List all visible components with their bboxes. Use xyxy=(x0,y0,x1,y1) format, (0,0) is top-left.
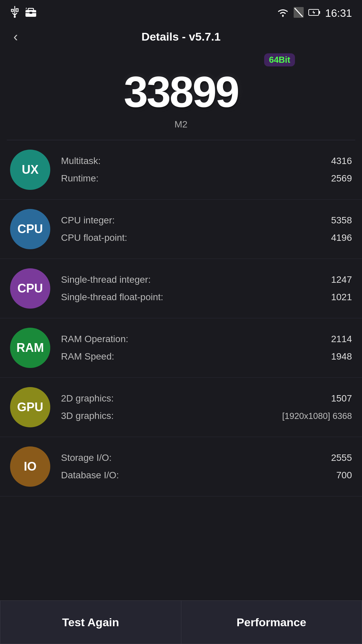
bench-item-4-1: 3D graphics:[644x362] 6368 xyxy=(61,407,352,425)
bench-details-3: RAM Operation:2114RAM Speed:1948 xyxy=(61,330,352,365)
benchmark-rows: UXMultitask:4316Runtime:2569CPUCPU integ… xyxy=(0,140,362,496)
bench-label-5-1: Database I/O: xyxy=(61,470,119,481)
bench-value-5-1: 700 xyxy=(336,470,352,481)
status-left xyxy=(10,6,37,20)
bench-row-3: RAMRAM Operation:2114RAM Speed:1948 xyxy=(0,318,362,378)
bench-icon-2: CPU xyxy=(10,268,50,309)
performance-button[interactable]: Performance xyxy=(181,600,362,644)
bench-row-2: CPUSingle-thread integer:1247Single-thre… xyxy=(0,259,362,318)
bench-icon-0: UX xyxy=(10,150,50,190)
bench-item-5-1: Database I/O:700 xyxy=(61,467,352,484)
bench-item-0-1: Runtime:2569 xyxy=(61,170,352,187)
bench-label-2-0: Single-thread integer: xyxy=(61,274,151,285)
bench-label-4-0: 2D graphics: xyxy=(61,393,114,404)
bench-details-2: Single-thread integer:1247Single-thread … xyxy=(61,271,352,306)
page-title: Details - v5.7.1 xyxy=(141,30,221,43)
bench-row-0: UXMultitask:4316Runtime:2569 xyxy=(0,140,362,200)
bench-value-4-0: 1507 xyxy=(331,393,352,404)
bench-value-4-1: [644x362] 6368 xyxy=(282,411,352,421)
header: ‹ Details - v5.7.1 xyxy=(0,23,362,50)
usb-icon xyxy=(10,6,19,20)
bit-label: 64Bit xyxy=(269,55,290,65)
bench-row-4: GPU2D graphics:15073D graphics:[1920x108… xyxy=(0,378,362,437)
bench-details-5: Storage I/O:2555Database I/O:700 xyxy=(61,449,352,484)
status-time: 16:31 xyxy=(325,7,352,19)
bench-item-5-0: Storage I/O:2555 xyxy=(61,449,352,467)
bench-value-2-1: 1021 xyxy=(331,292,352,303)
bench-value-0-1: 2569 xyxy=(331,173,352,184)
bench-row-5: IOStorage I/O:2555Database I/O:700 xyxy=(0,437,362,496)
device-name: M2 xyxy=(175,119,188,130)
bench-value-5-0: 2555 xyxy=(331,452,352,463)
bit-badge: 64Bit xyxy=(264,53,295,66)
bench-icon-4: GPU xyxy=(10,387,50,427)
status-bar: 16:31 xyxy=(0,0,362,23)
bench-icon-1: CPU xyxy=(10,209,50,249)
bench-icon-3: RAM xyxy=(10,328,50,368)
bench-value-1-1: 4196 xyxy=(331,232,352,243)
bench-value-2-0: 1247 xyxy=(331,274,352,285)
bench-details-1: CPU integer:5358CPU float-point:4196 xyxy=(61,212,352,247)
score-section: 64Bit 33899 M2 xyxy=(0,50,362,140)
bench-label-5-0: Storage I/O: xyxy=(61,452,112,463)
svg-point-4 xyxy=(282,15,284,17)
bench-value-3-1: 1948 xyxy=(331,351,352,362)
svg-rect-8 xyxy=(319,11,320,14)
svg-point-0 xyxy=(14,16,16,18)
bench-value-1-0: 5358 xyxy=(331,215,352,226)
bottom-buttons: Test Again Performance xyxy=(0,600,362,644)
svg-rect-2 xyxy=(28,8,34,11)
test-again-button[interactable]: Test Again xyxy=(0,600,181,644)
wifi-icon xyxy=(277,8,289,18)
bench-value-3-0: 2114 xyxy=(331,334,352,344)
score-number: 33899 xyxy=(124,70,238,114)
bench-label-0-1: Runtime: xyxy=(61,173,99,184)
bench-item-1-0: CPU integer:5358 xyxy=(61,212,352,229)
svg-rect-3 xyxy=(29,12,32,14)
bench-row-1: CPUCPU integer:5358CPU float-point:4196 xyxy=(0,200,362,259)
bench-label-3-0: RAM Operation: xyxy=(61,334,128,344)
bench-item-4-0: 2D graphics:1507 xyxy=(61,390,352,407)
bench-label-4-1: 3D graphics: xyxy=(61,411,114,421)
bench-item-3-0: RAM Operation:2114 xyxy=(61,330,352,348)
bench-details-4: 2D graphics:15073D graphics:[644x362] … xyxy=(61,390,352,425)
bench-item-2-1: Single-thread float-point:1021 xyxy=(61,288,352,306)
status-right: 16:31 xyxy=(277,7,352,19)
bench-icon-5: IO xyxy=(10,446,50,487)
bench-label-2-1: Single-thread float-point: xyxy=(61,292,163,303)
bench-item-1-1: CPU float-point:4196 xyxy=(61,229,352,247)
bench-label-1-0: CPU integer: xyxy=(61,215,115,226)
bench-label-0-0: Multitask: xyxy=(61,156,101,166)
bench-item-3-1: RAM Speed:1948 xyxy=(61,348,352,365)
bench-label-1-1: CPU float-point: xyxy=(61,232,127,243)
bench-item-0-0: Multitask:4316 xyxy=(61,152,352,170)
back-button[interactable]: ‹ xyxy=(13,29,18,44)
bench-item-2-0: Single-thread integer:1247 xyxy=(61,271,352,288)
main-content: 64Bit 33899 M2 UXMultitask:4316Runtime:2… xyxy=(0,50,362,543)
briefcase-icon xyxy=(25,7,37,20)
bench-value-0-0: 4316 xyxy=(331,156,352,166)
bench-details-0: Multitask:4316Runtime:2569 xyxy=(61,152,352,187)
battery-icon xyxy=(308,8,320,18)
signal-icon xyxy=(294,7,304,19)
bench-label-3-1: RAM Speed: xyxy=(61,351,114,362)
